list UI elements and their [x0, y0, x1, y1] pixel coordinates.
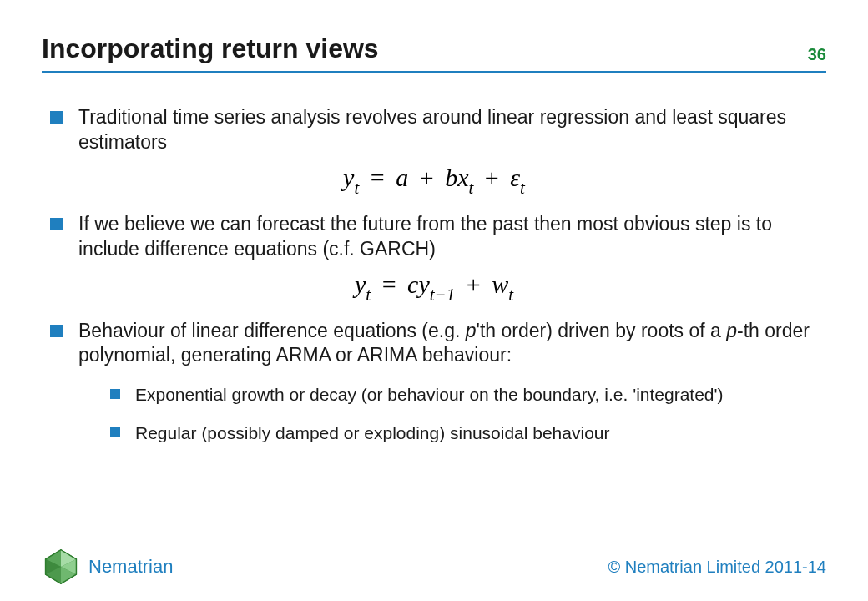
sub-bullet-list: Exponential growth or decay (or behaviou…: [110, 383, 818, 444]
bullet-3: Behaviour of linear difference equations…: [50, 319, 818, 444]
eq1-equals: =: [371, 164, 385, 191]
bullet-2: If we believe we can forecast the future…: [50, 212, 818, 262]
slide-footer: Nematrian © Nematrian Limited 2011-14: [0, 548, 868, 586]
brand: Nematrian: [42, 548, 173, 586]
page-number: 36: [808, 45, 826, 64]
sub-bullet-2-text: Regular (possibly damped or exploding) s…: [135, 423, 610, 442]
sub-bullet-2: Regular (possibly damped or exploding) s…: [110, 422, 818, 444]
slide-content: Traditional time series analysis revolve…: [0, 73, 868, 444]
eq2-y2-sub: t−1: [430, 285, 456, 305]
eq1-y: y: [343, 164, 354, 191]
bullet-2-text: If we believe we can forecast the future…: [78, 213, 772, 260]
slide: Incorporating return views 36 Traditiona…: [0, 0, 868, 601]
equation-2: yt = cyt−1 + wt: [50, 270, 818, 304]
eq1-y-sub: t: [354, 178, 359, 198]
bullet-1: Traditional time series analysis revolve…: [50, 105, 818, 155]
eq2-w-sub: t: [508, 285, 513, 305]
slide-header: Incorporating return views 36: [0, 0, 868, 71]
brand-name: Nematrian: [88, 556, 173, 578]
bullet-list: Traditional time series analysis revolve…: [50, 105, 818, 444]
eq1-eps-sub: t: [520, 178, 525, 198]
eq2-c: c: [407, 270, 418, 298]
eq2-w: w: [492, 270, 508, 298]
eq1-plus1: +: [420, 164, 434, 191]
copyright-text: © Nematrian Limited 2011-14: [608, 558, 826, 577]
eq1-plus2: +: [485, 164, 499, 191]
sub-bullet-1: Exponential growth or decay (or behaviou…: [110, 383, 818, 406]
eq2-y-sub: t: [366, 285, 371, 305]
eq1-x-sub: t: [468, 178, 473, 198]
bullet-1-text: Traditional time series analysis revolve…: [78, 106, 786, 153]
sub-bullet-1-text: Exponential growth or decay (or behaviou…: [135, 385, 724, 404]
eq1-eps: ε: [510, 164, 520, 191]
nematrian-logo-icon: [42, 548, 80, 586]
eq2-plus: +: [467, 270, 481, 298]
eq2-y: y: [355, 270, 366, 298]
eq2-y2: y: [418, 270, 429, 298]
equation-1: yt = a + bxt + εt: [50, 164, 818, 197]
slide-title: Incorporating return views: [42, 33, 379, 64]
eq1-a: a: [396, 164, 408, 191]
eq1-x: x: [457, 164, 468, 191]
eq1-b: b: [445, 164, 457, 191]
bullet-3-text: Behaviour of linear difference equations…: [78, 320, 810, 366]
eq2-equals: =: [382, 270, 396, 298]
